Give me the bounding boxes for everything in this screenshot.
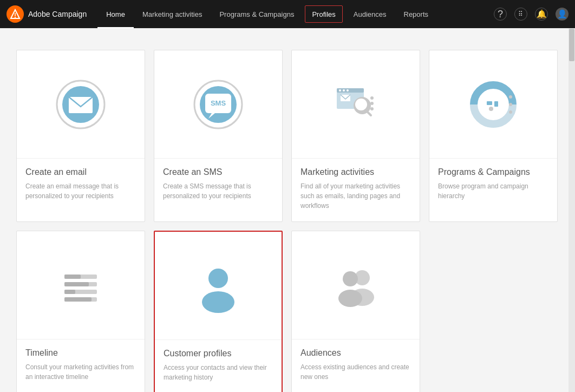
nav-profiles[interactable]: Profiles <box>305 5 342 23</box>
programs-campaigns-icon <box>466 77 520 132</box>
card-body-timeline: Timeline Consult your marketing activiti… <box>17 339 145 392</box>
svg-point-14 <box>343 89 345 92</box>
svg-point-30 <box>509 110 512 114</box>
card-icon-area-timeline <box>17 231 145 339</box>
customer-profiles-icon <box>191 259 245 313</box>
card-marketing-activities[interactable]: Marketing activities Find all of your ma… <box>291 50 420 222</box>
card-icon-area-sms: SMS <box>154 50 282 159</box>
card-desc-timeline: Consult your marketing activities from a… <box>25 362 136 382</box>
svg-rect-32 <box>64 275 81 279</box>
card-body-programs: Programs & Campaigns Browse program and … <box>429 159 557 212</box>
card-desc-marketing: Find all of your marketing activities su… <box>300 181 411 211</box>
card-title-email: Create an email <box>25 167 136 177</box>
svg-point-15 <box>347 89 349 92</box>
svg-point-28 <box>509 95 512 99</box>
card-body-marketing: Marketing activities Find all of your ma… <box>292 159 420 221</box>
nav-marketing-activities[interactable]: Marketing activities <box>134 0 211 28</box>
svg-point-29 <box>509 103 512 106</box>
nav-reports[interactable]: Reports <box>395 0 437 28</box>
card-programs-campaigns[interactable]: Programs & Campaigns Browse program and … <box>429 50 558 222</box>
svg-point-20 <box>370 96 374 100</box>
card-create-sms[interactable]: SMS Create an SMS Create a SMS message t… <box>154 50 283 222</box>
email-icon <box>54 77 108 132</box>
svg-point-40 <box>202 291 234 313</box>
svg-rect-36 <box>64 290 75 294</box>
svg-rect-26 <box>494 101 498 107</box>
nav-audiences[interactable]: Audiences <box>345 0 395 28</box>
app-title: Adobe Campaign <box>28 10 87 18</box>
card-icon-area-marketing <box>292 50 420 159</box>
card-title-timeline: Timeline <box>25 348 136 358</box>
cards-grid: Create an email Create an email message … <box>16 50 558 392</box>
main-content: Create an email Create an email message … <box>0 28 575 392</box>
card-icon-area-programs <box>429 50 557 159</box>
svg-point-39 <box>208 269 228 288</box>
svg-point-2 <box>15 17 16 18</box>
nav-programs-campaigns[interactable]: Programs & Campaigns <box>211 0 303 28</box>
card-title-audiences: Audiences <box>300 348 411 358</box>
svg-point-18 <box>355 99 367 110</box>
card-title-profiles: Customer profiles <box>164 349 273 358</box>
card-create-email[interactable]: Create an email Create an email message … <box>16 50 145 222</box>
nav-right-icons: ? ⠿ 🔔 👤 <box>494 8 569 21</box>
nav-logo[interactable]: Adobe Campaign <box>6 5 87 23</box>
svg-rect-34 <box>64 282 89 286</box>
timeline-icon <box>54 258 108 312</box>
svg-point-43 <box>343 271 358 286</box>
card-title-sms: Create an SMS <box>163 167 273 177</box>
card-desc-audiences: Access existing audiences and create new… <box>300 362 411 382</box>
nav-links: Home Marketing activities Programs & Cam… <box>97 0 494 28</box>
scrollbar[interactable] <box>569 28 575 392</box>
card-customer-profiles[interactable]: Customer profiles Access your contacts a… <box>154 231 283 392</box>
nav-home[interactable]: Home <box>97 0 134 28</box>
card-body-email: Create an email Create an email message … <box>17 159 145 212</box>
scroll-thumb[interactable] <box>569 29 574 61</box>
card-audiences[interactable]: Audiences Access existing audiences and … <box>291 231 420 392</box>
card-icon-area-profiles <box>155 232 282 340</box>
svg-text:SMS: SMS <box>211 99 226 107</box>
navbar: Adobe Campaign Home Marketing activities… <box>0 0 575 28</box>
card-desc-email: Create an email message that is personal… <box>25 181 136 201</box>
audiences-icon <box>329 258 383 312</box>
sms-icon: SMS <box>191 77 245 132</box>
card-desc-programs: Browse program and campaign hierarchy <box>438 181 548 201</box>
svg-point-22 <box>370 107 374 110</box>
card-title-programs: Programs & Campaigns <box>438 167 548 177</box>
adobe-logo-icon <box>6 5 24 23</box>
svg-point-27 <box>489 107 493 111</box>
card-body-audiences: Audiences Access existing audiences and … <box>292 339 420 392</box>
svg-point-21 <box>370 102 374 105</box>
svg-rect-25 <box>487 101 492 105</box>
card-desc-sms: Create a SMS message that is personalize… <box>163 181 273 201</box>
card-body-profiles: Customer profiles Access your contacts a… <box>155 340 282 392</box>
card-body-sms: Create an SMS Create a SMS message that … <box>154 159 282 212</box>
card-icon-area-audiences <box>292 231 420 339</box>
card-title-marketing: Marketing activities <box>300 167 411 177</box>
notifications-icon[interactable]: 🔔 <box>535 8 548 21</box>
svg-point-44 <box>338 290 362 307</box>
svg-rect-38 <box>64 297 92 302</box>
marketing-activities-icon <box>329 77 383 132</box>
card-icon-area-email <box>17 50 145 159</box>
card-timeline[interactable]: Timeline Consult your marketing activiti… <box>16 231 145 392</box>
user-avatar[interactable]: 👤 <box>556 8 569 21</box>
svg-point-13 <box>339 89 341 92</box>
help-icon[interactable]: ? <box>494 8 507 21</box>
apps-icon[interactable]: ⠿ <box>514 8 527 21</box>
card-desc-profiles: Access your contacts and view their mark… <box>164 363 273 382</box>
